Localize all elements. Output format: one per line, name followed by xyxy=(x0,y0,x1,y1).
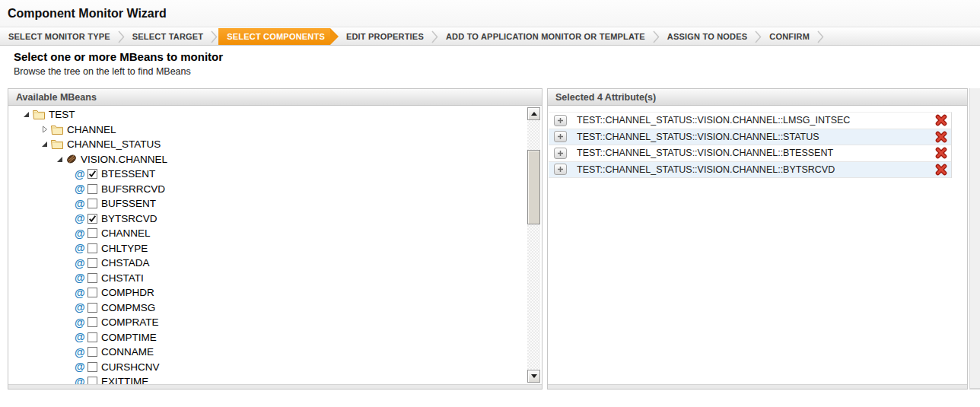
tree-item-label: EXITTIME xyxy=(101,376,148,384)
selected-attribute-label: TEST::CHANNEL_STATUS::VISION.CHANNEL::BY… xyxy=(577,164,935,175)
available-mbeans-title: Available MBeans xyxy=(16,92,97,103)
tree-item-label: CONNAME xyxy=(101,346,154,358)
selected-attribute-label: TEST::CHANNEL_STATUS::VISION.CHANNEL::BT… xyxy=(577,148,935,158)
attribute-checkbox[interactable] xyxy=(88,258,97,268)
step-chevron-icon xyxy=(653,28,660,45)
attribute-icon: @ xyxy=(75,331,86,343)
expand-row-button[interactable] xyxy=(554,115,567,126)
folder-icon xyxy=(51,125,63,135)
scrollbar-up-button[interactable] xyxy=(527,107,540,120)
wizard-step[interactable]: ADD TO APPLICATION MONITOR OR TEMPLATE xyxy=(439,28,652,45)
tree-scrollbar[interactable] xyxy=(527,107,540,383)
attribute-icon: @ xyxy=(75,242,86,254)
tree-item[interactable]: @ CONNAME xyxy=(8,345,542,360)
selected-attribute-label: TEST::CHANNEL_STATUS::VISION.CHANNEL::ST… xyxy=(577,132,935,142)
delete-icon[interactable] xyxy=(935,114,947,126)
tree-item[interactable]: @ EXITTIME xyxy=(8,374,542,384)
wizard-step[interactable]: EDIT PROPERTIES xyxy=(339,28,431,45)
attribute-icon: @ xyxy=(75,198,86,210)
delete-icon[interactable] xyxy=(935,131,947,143)
tree-item-label: BYTSRCVD xyxy=(101,213,158,224)
step-chevron-icon xyxy=(431,28,438,45)
tree-item[interactable]: @ COMPTIME xyxy=(8,330,542,345)
attribute-icon: @ xyxy=(75,361,86,373)
tree-item[interactable]: @ BYTSRCVD xyxy=(8,211,542,227)
wizard-step-label: SELECT MONITOR TYPE xyxy=(8,32,110,41)
tree-item[interactable]: @ CURSHCNV xyxy=(8,360,542,375)
tree-item-label: CHSTATI xyxy=(101,272,144,284)
expand-row-button[interactable] xyxy=(554,164,567,175)
wizard-step[interactable]: ASSIGN TO NODES xyxy=(660,28,754,45)
wizard-step-label: EDIT PROPERTIES xyxy=(346,32,424,41)
wizard-step[interactable]: SELECT TARGET xyxy=(126,28,210,45)
tree-item[interactable]: @ CHANNEL xyxy=(8,226,542,241)
expander-collapsed-icon[interactable] xyxy=(40,126,48,133)
available-mbeans-header: Available MBeans xyxy=(8,89,542,106)
step-chevron-icon xyxy=(118,28,125,45)
tree-item[interactable]: VISION.CHANNEL xyxy=(8,152,542,167)
expander-expanded-icon[interactable] xyxy=(40,141,48,148)
tree-item-label: CHANNEL xyxy=(67,124,116,135)
selected-panel-footer xyxy=(548,384,967,389)
section-subheading: Browse the tree on the left to find MBea… xyxy=(14,66,191,77)
wizard-step[interactable]: SELECT COMPONENTS xyxy=(218,28,330,45)
expander-expanded-icon[interactable] xyxy=(22,111,30,119)
tree-item-label: CURSHCNV xyxy=(101,361,160,373)
attribute-checkbox[interactable] xyxy=(88,288,97,297)
section-heading: Select one or more MBeans to monitor xyxy=(14,50,223,63)
delete-icon[interactable] xyxy=(935,147,947,159)
attribute-checkbox[interactable] xyxy=(88,303,97,313)
tree-item[interactable]: CHANNEL xyxy=(8,122,542,138)
expand-row-button[interactable] xyxy=(554,148,567,159)
tree-item-label: BUFSRRCVD xyxy=(101,183,165,195)
attribute-checkbox[interactable] xyxy=(88,214,97,224)
selected-attribute-row: TEST::CHANNEL_STATUS::VISION.CHANNEL::ST… xyxy=(549,129,951,146)
available-panel-footer xyxy=(8,384,542,389)
wizard-step-label: CONFIRM xyxy=(769,32,810,41)
expand-row-button[interactable] xyxy=(554,131,567,142)
mbean-icon xyxy=(66,154,77,164)
attribute-checkbox[interactable] xyxy=(88,199,97,208)
scrollbar-down-button[interactable] xyxy=(527,370,540,383)
attribute-icon: @ xyxy=(75,301,86,313)
tree-item[interactable]: @ CHSTATI xyxy=(8,271,542,286)
attribute-checkbox[interactable] xyxy=(88,228,97,238)
tree-item-label: COMPHDR xyxy=(101,287,154,298)
expander-expanded-icon[interactable] xyxy=(56,155,63,163)
tree-item-label: COMPMSG xyxy=(101,302,155,313)
wizard-step[interactable]: SELECT MONITOR TYPE xyxy=(2,28,117,45)
scrollbar-thumb[interactable] xyxy=(527,150,540,224)
tree-item[interactable]: @ COMPHDR xyxy=(8,285,542,300)
tree-item[interactable]: CHANNEL_STATUS xyxy=(8,137,542,152)
delete-icon[interactable] xyxy=(935,164,947,176)
attribute-icon: @ xyxy=(75,227,86,240)
attribute-checkbox[interactable] xyxy=(88,169,97,179)
tree-item[interactable]: @ BTESSENT xyxy=(8,167,542,182)
tree-item[interactable]: @ BUFSRRCVD xyxy=(8,182,542,197)
wizard-steps: SELECT MONITOR TYPE SELECT TARGET SELECT… xyxy=(0,28,980,46)
tree-item[interactable]: @ CHSTADA xyxy=(8,256,542,271)
attribute-checkbox[interactable] xyxy=(88,377,97,384)
folder-icon xyxy=(33,110,45,119)
attribute-checkbox[interactable] xyxy=(88,184,97,194)
tree-item-label: BUFSSENT xyxy=(101,198,156,209)
attribute-icon: @ xyxy=(75,346,86,358)
attribute-checkbox[interactable] xyxy=(88,317,97,327)
attribute-checkbox[interactable] xyxy=(88,332,97,342)
tree-item[interactable]: TEST xyxy=(8,107,542,122)
step-chevron-icon xyxy=(211,28,218,45)
attribute-checkbox[interactable] xyxy=(88,362,97,372)
tree-item[interactable]: @ COMPMSG xyxy=(8,300,542,316)
tree-item[interactable]: @ CHLTYPE xyxy=(8,241,542,256)
scrollbar-track[interactable] xyxy=(527,120,540,370)
wizard-step[interactable]: CONFIRM xyxy=(762,28,816,45)
attribute-checkbox[interactable] xyxy=(88,273,97,283)
attribute-checkbox[interactable] xyxy=(88,347,97,357)
tree-item[interactable]: @ COMPRATE xyxy=(8,315,542,330)
page-title: Component Monitor Wizard xyxy=(8,7,167,21)
available-mbeans-body: TEST CHANNEL CHANNEL_STATUS xyxy=(8,106,542,384)
tree-item-label: CHSTADA xyxy=(101,257,150,269)
attribute-checkbox[interactable] xyxy=(88,243,97,253)
tree-item[interactable]: @ BUFSSENT xyxy=(8,196,542,211)
selected-attribute-row: TEST::CHANNEL_STATUS::VISION.CHANNEL::BY… xyxy=(549,162,951,179)
